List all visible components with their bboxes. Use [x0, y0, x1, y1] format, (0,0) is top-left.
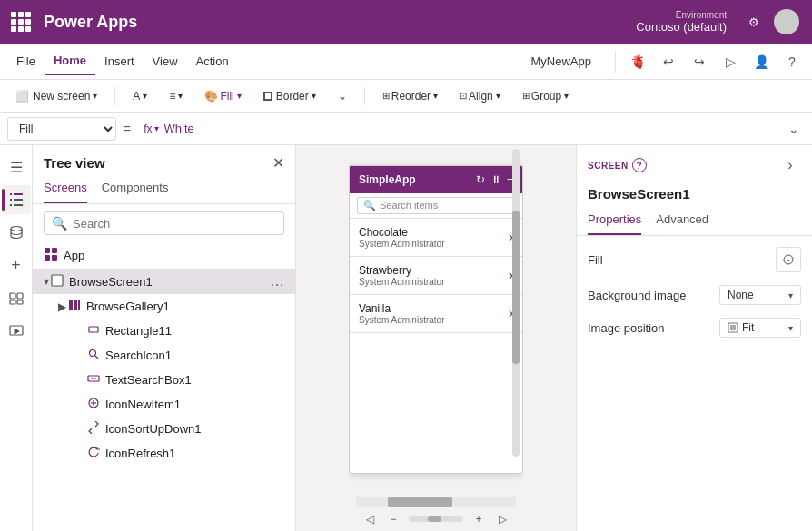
context-menu-icon[interactable]: …: [270, 273, 284, 290]
icon-new-icon: [87, 397, 100, 412]
svg-rect-13: [52, 248, 57, 253]
main-layout: ☰ + Tree view ✕ Screens Components 🔍: [0, 145, 812, 531]
fx-button[interactable]: fx ▾: [138, 123, 163, 135]
expand-formula-icon[interactable]: ⌄: [783, 118, 805, 140]
variables-icon[interactable]: [2, 283, 31, 312]
tree-item-searchicon1[interactable]: SearchIcon1: [33, 343, 295, 368]
phone-item-0[interactable]: Chocolate System Administrator ›: [350, 219, 522, 257]
hamburger-icon[interactable]: ☰: [2, 152, 31, 182]
canvas-plus-btn[interactable]: +: [470, 511, 487, 527]
phone-item-sub-0: System Administrator: [359, 239, 509, 249]
avatar[interactable]: [772, 7, 801, 36]
tree-item-browse-gallery[interactable]: ▶ BrowseGallery1: [33, 294, 295, 319]
svg-rect-18: [74, 300, 77, 310]
dropdown-arrow2-icon: ▾: [788, 323, 793, 333]
chevron-right-icon: ▶: [58, 300, 66, 313]
tree-tabs: Screens Components: [33, 177, 295, 204]
formula-input[interactable]: [164, 122, 783, 135]
tree-view-icon[interactable]: [2, 185, 31, 214]
phone-search-box[interactable]: 🔍 Search items: [357, 197, 515, 214]
zoom-slider[interactable]: [409, 516, 463, 522]
menu-view[interactable]: View: [144, 48, 187, 75]
tree-item-iconrefresh1[interactable]: IconRefresh1: [33, 441, 295, 466]
iconrefresh-label: IconRefresh1: [105, 447, 284, 460]
tree-item-rectangle11[interactable]: Rectangle11: [33, 319, 295, 343]
align2-button[interactable]: ⊡ Align ▾: [451, 84, 509, 108]
fill-button[interactable]: 🎨 Fill ▾: [196, 84, 249, 108]
active-indicator: [2, 189, 5, 211]
tab-components[interactable]: Components: [102, 177, 169, 203]
group-button[interactable]: ⊞ Group ▾: [514, 84, 577, 108]
svg-rect-5: [10, 204, 12, 206]
canvas-left-btn[interactable]: ◁: [361, 511, 378, 527]
user-icon[interactable]: 👤: [748, 49, 774, 74]
phone-pause-icon[interactable]: ⏸: [490, 173, 501, 186]
align-button[interactable]: ≡ ▾: [161, 84, 191, 108]
settings-icon[interactable]: ⚙: [739, 7, 768, 36]
help-icon[interactable]: ?: [779, 49, 805, 74]
menu-file[interactable]: File: [7, 48, 45, 75]
tab-advanced[interactable]: Advanced: [656, 209, 708, 235]
redo-icon[interactable]: ↪: [687, 49, 712, 74]
tree-item-iconnewitem1[interactable]: IconNewItem1: [33, 392, 295, 417]
right-panel-tabs: Properties Advanced: [577, 209, 812, 236]
toolbar-divider-1: [114, 87, 115, 105]
media-icon[interactable]: [2, 316, 31, 345]
phone-search-icon: 🔍: [363, 200, 376, 211]
menu-insert[interactable]: Insert: [95, 48, 144, 75]
right-panel-header: SCREEN ? ›: [577, 145, 812, 182]
new-screen-button[interactable]: ⬜ New screen ▾: [7, 84, 105, 108]
property-selector[interactable]: Fill: [7, 117, 116, 141]
phone-refresh-icon[interactable]: ↻: [476, 173, 485, 186]
phone-item-2[interactable]: Vanilla System Administrator ›: [350, 295, 522, 333]
border-button[interactable]: Border ▾: [255, 84, 324, 108]
help-circle-icon[interactable]: ?: [632, 158, 647, 172]
tab-properties[interactable]: Properties: [588, 209, 641, 235]
font-button[interactable]: A ▾: [124, 84, 155, 108]
svg-rect-12: [45, 248, 50, 253]
gallery-icon: [68, 299, 81, 314]
toolbar-divider-2: [364, 87, 365, 105]
phone-header-icons: ↻ ⏸ +: [476, 173, 513, 186]
tree-item-textsearchbox1[interactable]: TextSearchBox1: [33, 368, 295, 392]
environment-name: Contoso (default): [636, 20, 727, 34]
canvas-minus-btn[interactable]: −: [385, 511, 401, 527]
image-position-dropdown[interactable]: Fit ▾: [719, 318, 801, 338]
add-icon[interactable]: +: [2, 251, 31, 280]
tree-item-iconsortudown1[interactable]: IconSortUpDown1: [33, 417, 295, 441]
phone-item-1[interactable]: Strawberry System Administrator ›: [350, 257, 522, 295]
svg-rect-10: [17, 300, 23, 304]
search-box[interactable]: 🔍: [44, 211, 284, 235]
tree-close-icon[interactable]: ✕: [272, 154, 284, 172]
formulabar: Fill = fx ▾ ⌄: [0, 113, 812, 145]
menubar: File Home Insert View Action MyNewApp 🫀 …: [0, 44, 812, 80]
reorder-button[interactable]: ⊞ Reorder ▾: [374, 84, 446, 108]
canvas-right-btn[interactable]: ▷: [494, 511, 510, 527]
iconsortudown-label: IconSortUpDown1: [105, 422, 284, 436]
phone-item-name-1: Strawberry: [359, 264, 509, 277]
health-icon[interactable]: 🫀: [625, 49, 650, 74]
canvas-scrollbar-v[interactable]: [512, 149, 520, 457]
canvas-area: SimpleApp ↻ ⏸ + 🔍 Search items: [296, 145, 576, 531]
menu-action[interactable]: Action: [187, 48, 238, 75]
apps-grid-icon[interactable]: [11, 12, 31, 32]
topbar: Power Apps Environment Contoso (default)…: [0, 0, 812, 44]
dropdown-button[interactable]: ⌄: [330, 84, 355, 108]
tree-item-app[interactable]: App: [33, 242, 295, 269]
phone-item-sub-2: System Administrator: [359, 315, 509, 325]
phone-header: SimpleApp ↻ ⏸ +: [350, 166, 522, 193]
tab-screens[interactable]: Screens: [44, 177, 87, 203]
right-panel-body: Fill Background image None ▾: [577, 236, 812, 531]
play-icon[interactable]: ▷: [718, 49, 743, 74]
search-input[interactable]: [73, 217, 276, 231]
data-icon[interactable]: [2, 218, 31, 247]
svg-rect-8: [17, 293, 23, 299]
tree-item-browse-screen[interactable]: ▾ BrowseScreen1 …: [33, 269, 295, 294]
icon-refresh-icon: [87, 446, 100, 461]
fill-label: Fill: [588, 253, 776, 267]
fill-color-btn[interactable]: [776, 247, 801, 272]
menu-home[interactable]: Home: [45, 48, 95, 75]
undo-icon[interactable]: ↩: [656, 49, 681, 74]
right-panel-chevron-icon[interactable]: ›: [779, 154, 801, 176]
background-image-dropdown[interactable]: None ▾: [719, 285, 801, 305]
